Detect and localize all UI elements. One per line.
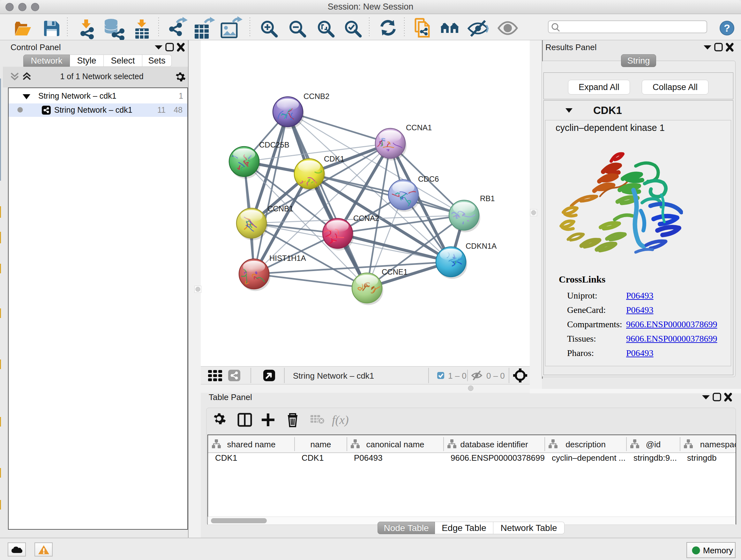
svg-text:CDK1: CDK1 [301,453,324,462]
svg-text:P06493: P06493 [354,453,383,462]
svg-text:stringdb: stringdb [687,453,717,462]
svg-text:String Network – cdk1: String Network – cdk1 [293,371,374,381]
svg-text:stringdb:9...: stringdb:9... [633,453,677,462]
svg-text:CCNA2: CCNA2 [353,214,379,223]
svg-text:CCNA1: CCNA1 [406,123,432,132]
svg-text:0 – 0: 0 – 0 [486,371,505,381]
svg-text:CDK1: CDK1 [215,453,237,462]
svg-text:cyclin–dependent ...: cyclin–dependent ... [552,453,625,462]
svg-text:CDK1: CDK1 [324,154,344,163]
svg-text:CDC25B: CDC25B [259,140,289,149]
svg-text:CCNB1: CCNB1 [267,204,293,213]
svg-text:@id: @id [646,440,661,449]
svg-text:description: description [565,440,606,449]
svg-text:CDKN1A: CDKN1A [466,242,496,250]
svg-text:f(x): f(x) [332,413,349,427]
svg-text:namespace: namespace [700,440,736,449]
svg-text:shared name: shared name [227,440,276,449]
svg-text:HIST1H1A: HIST1H1A [269,254,306,262]
svg-text:canonical name: canonical name [366,440,424,449]
svg-text:database identifier: database identifier [460,440,528,449]
svg-text:CDC6: CDC6 [418,175,439,183]
svg-text:RB1: RB1 [480,194,495,203]
svg-text:CCNB2: CCNB2 [304,92,329,101]
svg-text:name: name [310,440,331,449]
svg-text:?: ? [724,22,730,34]
svg-text:CCNE1: CCNE1 [382,267,408,276]
svg-text:9606.ENSP00000378699: 9606.ENSP00000378699 [451,453,545,462]
svg-text:1 – 0: 1 – 0 [448,371,467,381]
